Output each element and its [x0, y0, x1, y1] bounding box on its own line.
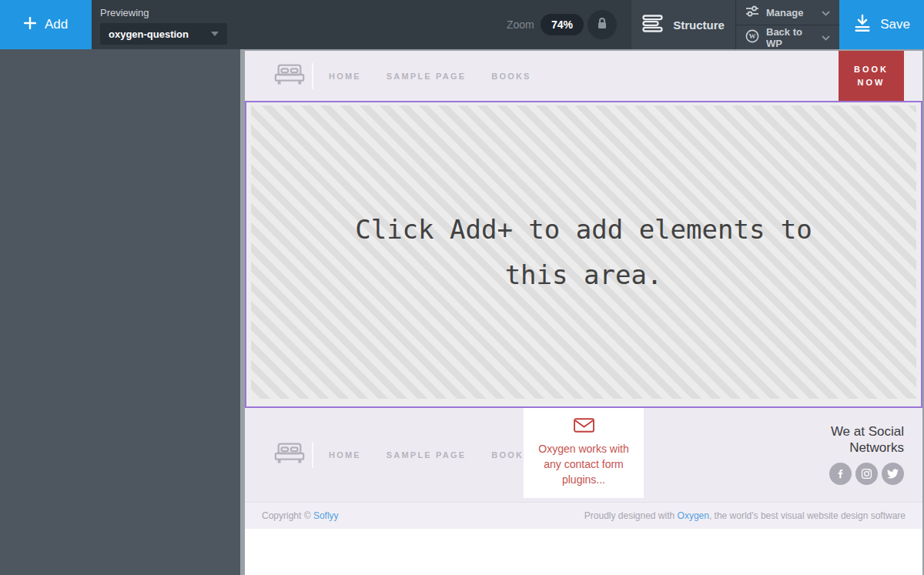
instagram-icon[interactable]: [855, 463, 878, 485]
sliders-icon: [745, 5, 759, 19]
previewing-value: oxygen-question: [109, 28, 189, 40]
contact-widget-text: Oxygen works with any contact form plugi…: [524, 441, 644, 487]
nav-link-home[interactable]: HOME: [329, 72, 361, 81]
social-block: We at Social Networks: [804, 423, 904, 485]
envelope-icon: [574, 422, 594, 435]
previewing-group: Previewing oxygen-question: [100, 7, 227, 45]
twitter-icon[interactable]: [882, 463, 904, 485]
book-now-button[interactable]: BOOK NOW: [839, 51, 904, 101]
facebook-icon[interactable]: [829, 463, 852, 485]
empty-section-hatch: Click Add+ to add elements to this area.: [251, 105, 916, 399]
site-header[interactable]: HOME SAMPLE PAGE BOOKS BOOK NOW: [245, 51, 922, 101]
nav-link-sample-page[interactable]: SAMPLE PAGE: [387, 72, 466, 81]
social-title: We at Social Networks: [815, 423, 904, 456]
copyright-right: Proudly designed with Oxygen, the world'…: [584, 510, 906, 521]
contact-widget[interactable]: Oxygen works with any contact form plugi…: [524, 408, 644, 498]
back-to-wp-label: Back to WP: [766, 26, 815, 49]
chevron-down-icon: [211, 32, 219, 36]
copyright-bar: Copyright © Soflyy Proudly designed with…: [245, 502, 922, 529]
site-footer[interactable]: HOME SAMPLE PAGE BOOKS Oxygen works with…: [245, 408, 922, 502]
designed-with-text: Proudly designed with: [584, 510, 678, 521]
nav-link-sample-page[interactable]: SAMPLE PAGE: [387, 450, 466, 460]
zoom-level-control[interactable]: 74%: [541, 14, 584, 35]
structure-icon: [642, 15, 663, 35]
footer-divider: [312, 442, 313, 468]
zoom-value: 74%: [551, 18, 573, 31]
builder-workspace: HOME SAMPLE PAGE BOOKS BOOK NOW Click Ad…: [0, 49, 924, 575]
wordpress-icon: W: [745, 29, 759, 45]
soflyy-link[interactable]: Soflyy: [313, 510, 339, 521]
header-divider: [312, 63, 313, 89]
previewing-label: Previewing: [100, 7, 227, 18]
svg-text:W: W: [749, 32, 756, 40]
save-button-label: Save: [880, 17, 910, 32]
save-button[interactable]: Save: [839, 0, 924, 49]
builder-toolbar: Add Previewing oxygen-question Zoom 74% …: [0, 0, 924, 49]
chevron-down-icon: [822, 32, 830, 43]
structure-button-label: Structure: [673, 18, 725, 32]
structure-button[interactable]: Structure: [631, 0, 735, 49]
bed-logo-icon[interactable]: [273, 443, 306, 468]
designed-with-suffix: , the world's best visual website design…: [709, 510, 906, 521]
chevron-down-icon: [822, 7, 830, 18]
page-preview-canvas: HOME SAMPLE PAGE BOOKS BOOK NOW Click Ad…: [245, 51, 922, 575]
social-icons-row: [804, 463, 904, 485]
plus-icon: [24, 17, 36, 33]
download-icon: [853, 14, 872, 36]
selected-empty-section[interactable]: Click Add+ to add elements to this area.: [245, 101, 922, 408]
oxygen-link[interactable]: Oxygen: [678, 510, 709, 521]
back-to-wp-button[interactable]: W Back to WP: [736, 25, 839, 49]
zoom-label: Zoom: [507, 18, 534, 31]
empty-section-message: Click Add+ to add elements to this area.: [341, 207, 826, 298]
copyright-left: Copyright © Soflyy: [262, 510, 339, 521]
nav-link-home[interactable]: HOME: [329, 450, 361, 460]
footer-nav: HOME SAMPLE PAGE BOOKS: [329, 450, 531, 460]
copyright-text: Copyright ©: [262, 510, 313, 521]
add-button-label: Add: [45, 17, 68, 32]
header-nav: HOME SAMPLE PAGE BOOKS: [329, 72, 531, 81]
zoom-lock-button[interactable]: [588, 10, 617, 39]
page-bottom-whitespace: [245, 529, 922, 575]
manage-group: Manage W Back to WP: [735, 0, 839, 49]
previewing-select[interactable]: oxygen-question: [100, 23, 227, 45]
manage-button-label: Manage: [766, 7, 803, 18]
bed-logo-icon[interactable]: [273, 63, 306, 89]
add-button[interactable]: Add: [0, 0, 92, 49]
left-panel[interactable]: [0, 49, 240, 575]
nav-link-books[interactable]: BOOKS: [491, 72, 531, 81]
lock-icon: [597, 17, 608, 32]
manage-button[interactable]: Manage: [736, 0, 839, 25]
